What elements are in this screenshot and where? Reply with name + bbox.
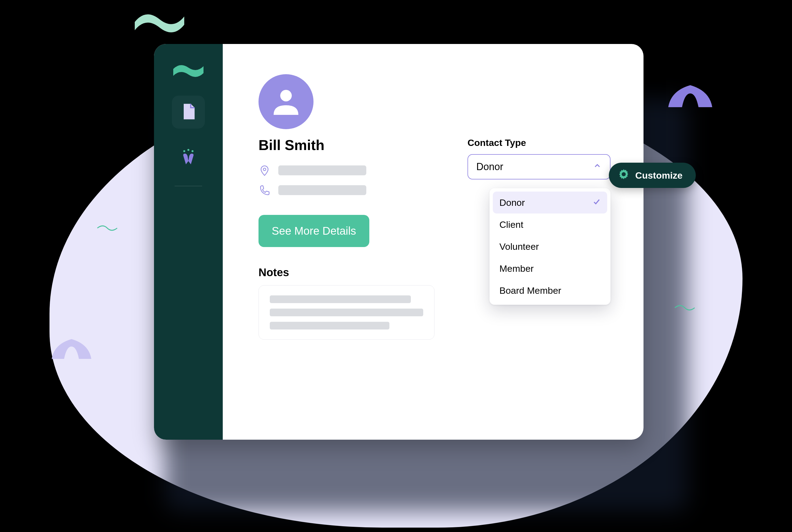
notes-heading: Notes (258, 266, 435, 279)
wave-decoration-icon (674, 302, 696, 313)
location-pin-icon (258, 164, 271, 176)
contact-type-select[interactable]: Donor (467, 154, 610, 179)
phone-row (258, 184, 435, 196)
wave-decoration-icon (663, 80, 718, 113)
option-label: Volunteer (499, 241, 539, 252)
option-label: Donor (499, 197, 525, 208)
svg-point-2 (191, 150, 193, 152)
customize-button[interactable]: Customize (609, 163, 696, 188)
avatar (258, 74, 313, 129)
contact-type-dropdown: Donor Client Volunteer Member Board Memb… (490, 188, 610, 305)
phone-icon (258, 184, 271, 196)
contact-name: Bill Smith (258, 137, 435, 153)
gear-icon (618, 168, 630, 183)
app-logo-icon (172, 59, 205, 82)
dropdown-option-member[interactable]: Member (493, 258, 607, 280)
contact-type-selected-value: Donor (476, 161, 503, 173)
phone-placeholder (278, 185, 366, 195)
notes-box (258, 285, 435, 340)
notes-placeholder-line (270, 309, 423, 316)
sidebar-item-celebrate[interactable] (172, 142, 205, 175)
dropdown-option-board-member[interactable]: Board Member (493, 280, 607, 301)
svg-point-0 (183, 150, 185, 152)
dropdown-option-donor[interactable]: Donor (493, 192, 607, 213)
document-icon (179, 102, 198, 122)
notes-placeholder-line (270, 296, 411, 303)
chevron-up-icon (593, 161, 602, 173)
option-label: Board Member (499, 285, 561, 296)
address-row (258, 164, 435, 176)
app-window: Bill Smith See More Details Notes (154, 44, 644, 440)
main-panel: Bill Smith See More Details Notes (223, 44, 644, 440)
sidebar-divider (174, 186, 202, 186)
svg-point-4 (263, 168, 266, 171)
sidebar (154, 44, 223, 440)
svg-point-3 (280, 90, 292, 101)
wave-decoration-icon (47, 335, 96, 363)
option-label: Client (499, 219, 523, 230)
option-label: Member (499, 263, 534, 274)
see-more-details-button[interactable]: See More Details (258, 215, 369, 247)
contact-type-label: Contact Type (467, 137, 610, 148)
svg-point-1 (187, 149, 189, 151)
check-icon (592, 197, 601, 208)
address-placeholder (278, 166, 366, 175)
dropdown-option-client[interactable]: Client (493, 213, 607, 235)
wave-decoration-icon (96, 223, 118, 233)
notes-placeholder-line (270, 322, 389, 329)
person-icon (270, 84, 302, 119)
celebrate-hands-icon (179, 148, 198, 169)
sidebar-item-contacts[interactable] (172, 96, 205, 129)
customize-label: Customize (635, 170, 683, 181)
dropdown-option-volunteer[interactable]: Volunteer (493, 235, 607, 258)
wave-decoration-icon (132, 5, 187, 33)
